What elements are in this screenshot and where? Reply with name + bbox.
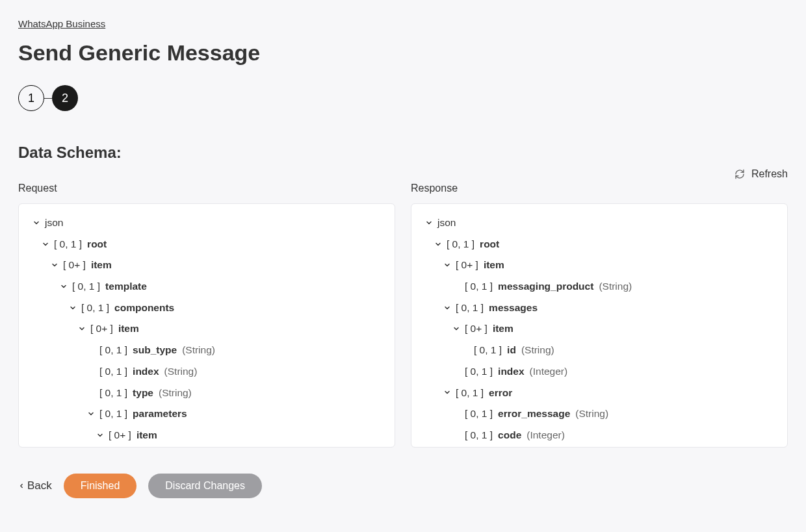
cardinality: [ 0, 1 ] <box>99 343 127 357</box>
tree-row: [ 0, 1 ]template <box>32 279 382 294</box>
discard-button[interactable]: Discard Changes <box>148 474 262 498</box>
tree-row: [ 0, 1 ]parameters <box>32 407 382 421</box>
refresh-icon <box>734 169 745 179</box>
field-name: index <box>133 364 159 379</box>
cardinality: [ 0, 1 ] <box>99 386 127 400</box>
tree-row: [ 0, 1 ]components <box>32 301 382 315</box>
field-name: root <box>480 237 499 251</box>
cardinality: [ 0, 1 ] <box>474 343 502 357</box>
field-name: error_message <box>498 407 570 421</box>
tree-row: [ 0, 1 ]messaging_product(String) <box>424 279 774 294</box>
chevron-down-icon[interactable] <box>443 388 452 397</box>
field-type: (String) <box>599 279 632 294</box>
refresh-label: Refresh <box>751 168 788 180</box>
field-type: (Integer) <box>530 364 568 379</box>
cardinality: [ 0, 1 ] <box>465 428 493 442</box>
response-label: Response <box>411 183 788 194</box>
request-label: Request <box>18 183 395 194</box>
refresh-button[interactable]: Refresh <box>734 168 788 180</box>
tree-node-plain: json <box>437 216 456 230</box>
field-type: (String) <box>521 343 554 357</box>
chevron-down-icon[interactable] <box>68 303 77 312</box>
tree-row: [ 0, 1 ]index(String) <box>32 364 382 379</box>
back-button[interactable]: Back <box>18 479 52 492</box>
field-name: template <box>105 279 147 294</box>
back-label: Back <box>27 479 52 492</box>
chevron-down-icon[interactable] <box>41 240 50 249</box>
chevron-down-icon[interactable] <box>50 260 59 270</box>
tree-row: [ 0, 1 ]sub_type(String) <box>32 343 382 357</box>
cardinality: [ 0, 1 ] <box>99 364 127 379</box>
step-1[interactable]: 1 <box>18 85 44 111</box>
chevron-down-icon[interactable] <box>424 218 434 227</box>
stepper: 1 2 <box>18 85 788 111</box>
field-type: (Integer) <box>526 428 565 442</box>
cardinality: [ 0, 1 ] <box>81 301 109 315</box>
tree-row: [ 0, 1 ]id(String) <box>424 343 774 357</box>
step-2[interactable]: 2 <box>52 85 78 111</box>
tree-row: [ 0, 1 ]root <box>424 237 774 251</box>
tree-node-plain: json <box>45 216 63 230</box>
chevron-down-icon[interactable] <box>96 431 105 440</box>
response-tree: json[ 0, 1 ]root[ 0+ ]item[ 0, 1 ]messag… <box>424 216 774 442</box>
field-type: (String) <box>164 364 198 379</box>
chevron-down-icon[interactable] <box>452 324 461 333</box>
chevron-down-icon[interactable] <box>32 218 41 227</box>
tree-row: [ 0, 1 ]code(Integer) <box>424 428 774 442</box>
chevron-down-icon[interactable] <box>59 282 68 291</box>
cardinality: [ 0, 1 ] <box>447 237 474 251</box>
cardinality: [ 0, 1 ] <box>465 279 493 294</box>
tree-row: [ 0+ ]item <box>424 322 774 336</box>
tree-row: json <box>424 216 774 230</box>
field-name: parameters <box>133 407 187 421</box>
chevron-left-icon <box>18 482 25 490</box>
tree-row: [ 0, 1 ]type(String) <box>32 386 382 400</box>
field-name: messaging_product <box>498 279 593 294</box>
chevron-down-icon[interactable] <box>77 324 86 333</box>
field-name: code <box>498 428 521 442</box>
field-name: item <box>91 258 112 272</box>
field-name: type <box>133 386 153 400</box>
field-name: item <box>118 322 139 336</box>
chevron-down-icon[interactable] <box>443 260 452 270</box>
cardinality: [ 0, 1 ] <box>72 279 100 294</box>
tree-row: [ 0, 1 ]error_message(String) <box>424 407 774 421</box>
request-tree: json[ 0, 1 ]root[ 0+ ]item[ 0, 1 ]templa… <box>32 216 382 442</box>
field-name: item <box>484 258 504 272</box>
tree-row: json <box>32 216 382 230</box>
field-name: error <box>489 386 512 400</box>
tree-row: [ 0, 1 ]index(Integer) <box>424 364 774 379</box>
chevron-down-icon[interactable] <box>86 409 96 418</box>
tree-row: [ 0+ ]item <box>424 258 774 272</box>
field-name: item <box>493 322 514 336</box>
field-type: (String) <box>159 386 192 400</box>
field-name: item <box>136 428 157 442</box>
cardinality: [ 0, 1 ] <box>465 407 493 421</box>
cardinality: [ 0, 1 ] <box>456 386 484 400</box>
chevron-down-icon[interactable] <box>443 303 452 312</box>
section-title: Data Schema: <box>18 144 788 162</box>
response-panel: json[ 0, 1 ]root[ 0+ ]item[ 0, 1 ]messag… <box>411 203 788 448</box>
tree-row: [ 0+ ]item <box>32 258 382 272</box>
page-title: Send Generic Message <box>18 40 788 66</box>
request-panel: json[ 0, 1 ]root[ 0+ ]item[ 0, 1 ]templa… <box>18 203 395 448</box>
field-name: messages <box>489 301 538 315</box>
chevron-down-icon[interactable] <box>434 240 443 249</box>
tree-row: [ 0, 1 ]root <box>32 237 382 251</box>
cardinality: [ 0, 1 ] <box>456 301 484 315</box>
field-name: root <box>87 237 107 251</box>
field-type: (String) <box>182 343 215 357</box>
tree-row: [ 0+ ]item <box>32 428 382 442</box>
cardinality: [ 0, 1 ] <box>54 237 82 251</box>
field-name: components <box>114 301 174 315</box>
cardinality: [ 0+ ] <box>63 258 86 272</box>
breadcrumb-link[interactable]: WhatsApp Business <box>18 18 105 29</box>
cardinality: [ 0+ ] <box>90 322 113 336</box>
tree-row: [ 0+ ]item <box>32 322 382 336</box>
finished-button[interactable]: Finished <box>64 474 136 498</box>
step-connector <box>44 98 52 99</box>
field-type: (String) <box>575 407 608 421</box>
cardinality: [ 0+ ] <box>109 428 131 442</box>
cardinality: [ 0+ ] <box>456 258 478 272</box>
field-name: index <box>498 364 524 379</box>
